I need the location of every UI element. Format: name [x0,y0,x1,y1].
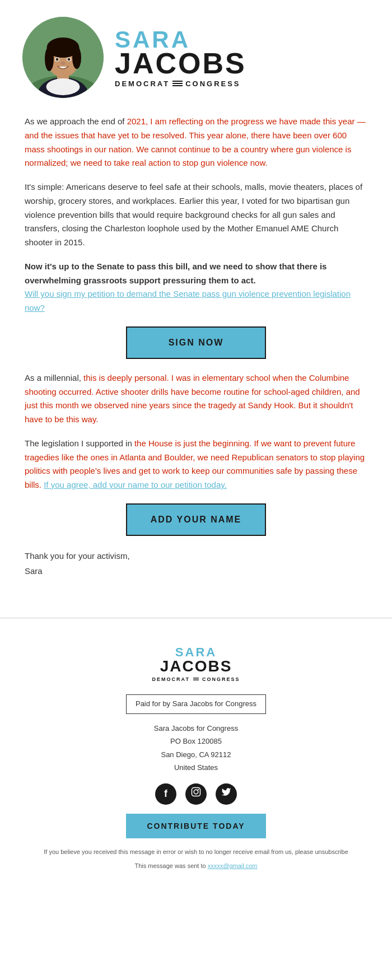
svg-rect-14 [192,788,200,796]
address-line1: Sara Jacobs for Congress [25,722,367,735]
address-line4: United States [25,761,367,774]
paragraph-1: As we approach the end of 2021, I am ref… [25,115,367,170]
facebook-icon[interactable]: f [155,783,176,805]
paragraph-2: It's simple: Americans deserve to feel s… [25,180,367,250]
svg-point-16 [198,789,199,790]
svg-point-13 [61,62,66,65]
logo-subtitle: DEMOCRAT CONGRESS [115,80,246,87]
address-line3: San Diego, CA 92112 [25,748,367,761]
address-line2: PO Box 120085 [25,735,367,748]
address-block: Sara Jacobs for Congress PO Box 120085 S… [25,722,367,774]
paragraph-5: The legislation I supported in the House… [25,437,367,492]
signature-line1: Thank you for your activism, [25,548,367,563]
logo-lines-icon [172,81,183,86]
email-body: As we approach the end of 2021, I am ref… [0,109,392,606]
footer-disclaimer: If you believe you received this message… [25,847,367,857]
footer-logo-sara: SARA [25,646,367,659]
signature: Thank you for your activism, Sara [25,548,367,578]
paragraph-3-bold: Now it's up to the Senate to pass this b… [25,262,326,285]
svg-point-8 [72,46,81,69]
footer-sent-email[interactable]: xxxxx@gmail.com [208,862,258,869]
email-footer: SARA JACOBS DEMOCRAT CONGRESS Paid for b… [0,629,392,883]
section-divider [0,618,392,618]
logo: SARA JACOBS DEMOCRAT CONGRESS [115,28,246,87]
svg-point-12 [68,58,71,61]
footer-logo: SARA JACOBS DEMOCRAT CONGRESS [25,646,367,683]
svg-point-7 [45,46,54,71]
logo-jacobs: JACOBS [115,49,246,78]
footer-logo-congress: CONGRESS [202,675,240,683]
footer-logo-subtitle: DEMOCRAT CONGRESS [25,675,367,683]
sign-now-button[interactable]: SIGN NOW [126,326,266,359]
logo-congress: CONGRESS [185,80,240,87]
signature-line2: Sara [25,563,367,578]
add-your-name-button[interactable]: ADD YOUR NAME [126,503,266,536]
instagram-icon[interactable] [185,783,207,805]
logo-democrat: DEMOCRAT [115,80,170,87]
footer-logo-democrat: DEMOCRAT [152,675,190,683]
paragraph-3: Now it's up to the Senate to pass this b… [25,260,367,315]
sign-petition-link[interactable]: Will you sign my petition to demand the … [25,289,351,312]
email-header: SARA JACOBS DEMOCRAT CONGRESS [0,0,392,109]
add-name-link[interactable]: If you agree, add your name to our petit… [44,480,227,489]
social-icons: f [25,783,367,805]
svg-point-15 [194,790,198,794]
twitter-icon[interactable] [216,783,237,805]
paragraph-4: As a millennial, this is deeply personal… [25,371,367,427]
contribute-button[interactable]: CONTRIBUTE TODAY [126,814,266,838]
paid-by-box: Paid for by Sara Jacobs for Congress [126,694,266,714]
avatar [22,17,104,98]
svg-point-4 [46,78,80,95]
footer-sent-label: This message was sent to [134,862,206,869]
footer-logo-jacobs: JACOBS [25,659,367,674]
svg-point-11 [56,58,59,61]
footer-sent-to: This message was sent to xxxxx@gmail.com [25,861,367,871]
